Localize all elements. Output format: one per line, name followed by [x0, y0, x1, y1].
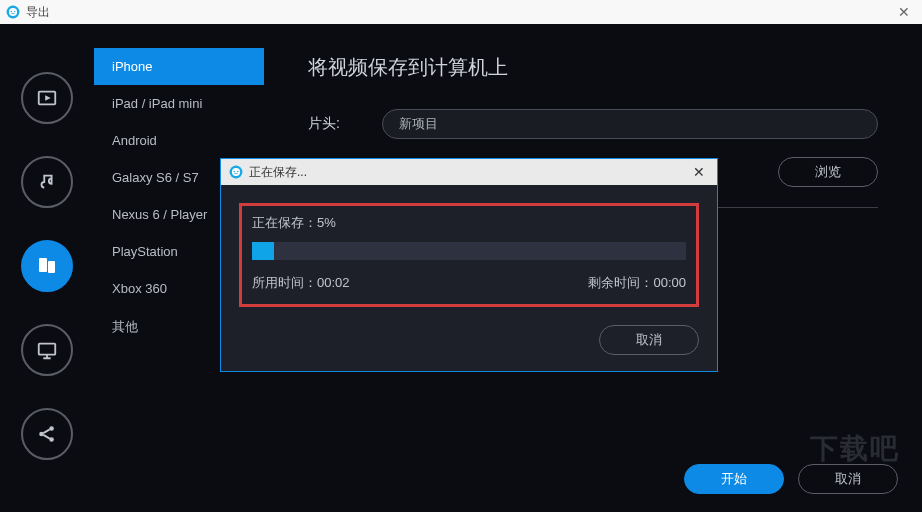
title-label: 片头: — [308, 115, 356, 133]
window-close-icon[interactable]: ✕ — [892, 4, 916, 20]
svg-point-12 — [232, 168, 240, 176]
progress-fill — [252, 242, 274, 260]
browse-button[interactable]: 浏览 — [778, 157, 878, 187]
dialog-close-icon[interactable]: ✕ — [689, 164, 709, 180]
dialog-title: 正在保存... — [249, 164, 307, 181]
start-button[interactable]: 开始 — [684, 464, 784, 494]
dialog-cancel-button[interactable]: 取消 — [599, 325, 699, 355]
device-item-android[interactable]: Android — [94, 122, 264, 159]
app-icon — [229, 165, 243, 179]
dialog-titlebar: 正在保存... ✕ — [221, 159, 717, 185]
window-titlebar: 导出 ✕ — [0, 0, 922, 24]
title-input[interactable]: 新项目 — [382, 109, 878, 139]
svg-rect-7 — [39, 344, 56, 355]
progress-bar — [252, 242, 686, 260]
cancel-button[interactable]: 取消 — [798, 464, 898, 494]
device-item-iphone[interactable]: iPhone — [94, 48, 264, 85]
progress-region: 正在保存：5% 所用时间：00:02 剩余时间：00:00 — [239, 203, 699, 307]
saving-dialog: 正在保存... ✕ 正在保存：5% 所用时间：00:02 剩余时间：00:00 … — [220, 158, 718, 372]
category-device-icon[interactable] — [21, 240, 73, 292]
progress-label: 正在保存：5% — [252, 214, 686, 232]
elapsed-time: 所用时间：00:02 — [252, 274, 350, 292]
category-video-icon[interactable] — [21, 72, 73, 124]
remaining-time: 剩余时间：00:00 — [588, 274, 686, 292]
svg-point-3 — [14, 11, 15, 12]
svg-rect-5 — [39, 258, 47, 272]
svg-point-13 — [234, 171, 235, 172]
svg-point-14 — [237, 171, 238, 172]
progress-percent: 5% — [317, 215, 336, 230]
category-sidebar — [0, 24, 94, 512]
device-item-ipad[interactable]: iPad / iPad mini — [94, 85, 264, 122]
category-music-icon[interactable] — [21, 156, 73, 208]
page-title: 将视频保存到计算机上 — [308, 54, 878, 81]
watermark: 下载吧 — [810, 430, 900, 468]
window-title: 导出 — [26, 4, 50, 21]
svg-point-2 — [11, 11, 12, 12]
category-monitor-icon[interactable] — [21, 324, 73, 376]
app-icon — [6, 5, 20, 19]
category-share-icon[interactable] — [21, 408, 73, 460]
svg-rect-6 — [48, 261, 55, 273]
svg-point-1 — [9, 8, 17, 16]
